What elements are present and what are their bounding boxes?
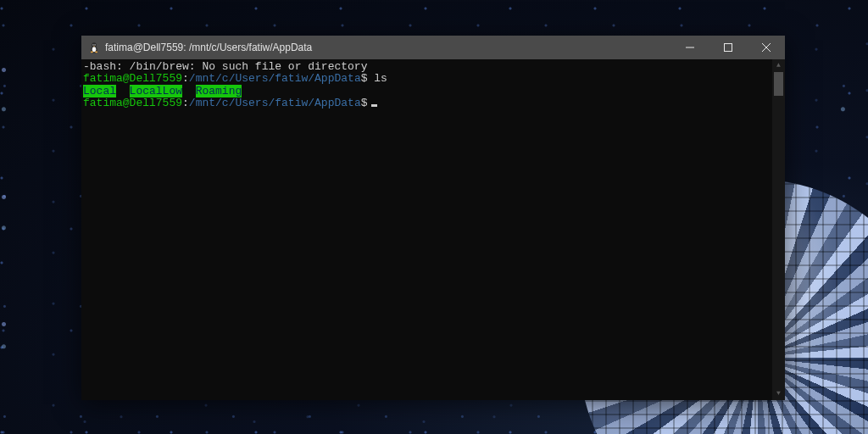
- svg-point-7: [91, 51, 93, 53]
- error-line: -bash: /bin/brew: No such file or direct…: [83, 61, 783, 73]
- prompt-colon: :: [182, 97, 189, 109]
- prompt-user-host: fatima@Dell7559: [83, 97, 182, 109]
- svg-point-8: [95, 51, 97, 53]
- command-text: ls: [368, 72, 387, 85]
- tux-icon: [88, 42, 100, 53]
- directory-item: LocalLow: [130, 85, 182, 97]
- close-button[interactable]: [747, 36, 785, 59]
- terminal-cursor: [371, 104, 377, 107]
- prompt-dollar: $: [361, 72, 368, 85]
- directory-item: Local: [83, 85, 116, 97]
- svg-point-6: [95, 45, 96, 46]
- window-controls: [670, 36, 785, 59]
- scrollbar[interactable]: ▲ ▼: [772, 59, 785, 400]
- prompt-path: /mnt/c/Users/fatiw/AppData: [189, 97, 361, 109]
- prompt-line-2: fatima@Dell7559:/mnt/c/Users/fatiw/AppDa…: [83, 97, 783, 109]
- directory-item: Roaming: [196, 85, 242, 97]
- maximize-button[interactable]: [709, 36, 747, 59]
- window-titlebar[interactable]: fatima@Dell7559: /mnt/c/Users/fatiw/AppD…: [81, 36, 785, 59]
- svg-point-5: [93, 45, 94, 46]
- terminal-body[interactable]: -bash: /bin/brew: No such file or direct…: [81, 59, 785, 400]
- scroll-thumb[interactable]: [774, 72, 783, 96]
- prompt-line-1: fatima@Dell7559:/mnt/c/Users/fatiw/AppDa…: [83, 73, 783, 85]
- ls-output-line: LocalLocalLowRoaming: [83, 86, 783, 97]
- svg-rect-10: [724, 44, 732, 52]
- scroll-down-arrow[interactable]: ▼: [772, 387, 785, 400]
- window-title: fatima@Dell7559: /mnt/c/Users/fatiw/AppD…: [105, 42, 670, 53]
- scroll-up-arrow[interactable]: ▲: [772, 59, 785, 72]
- terminal-window: fatima@Dell7559: /mnt/c/Users/fatiw/AppD…: [81, 36, 785, 400]
- prompt-path: /mnt/c/Users/fatiw/AppData: [189, 72, 361, 85]
- prompt-dollar: $: [361, 97, 368, 109]
- prompt-colon: :: [182, 72, 189, 85]
- minimize-button[interactable]: [670, 36, 709, 59]
- prompt-user-host: fatima@Dell7559: [83, 72, 182, 85]
- svg-point-2: [92, 47, 97, 52]
